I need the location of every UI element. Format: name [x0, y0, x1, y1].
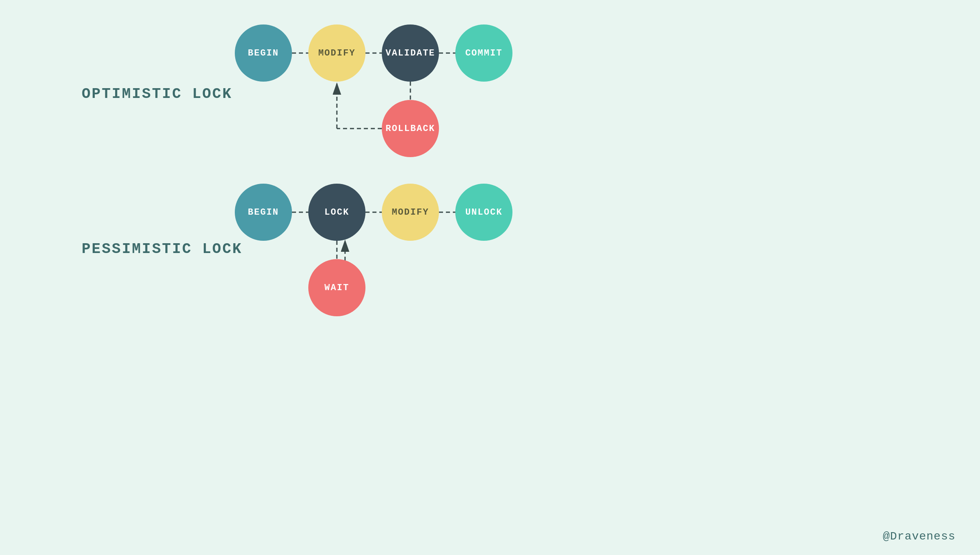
optimistic-commit-node: COMMIT [455, 24, 512, 82]
optimistic-rollback-node: ROLLBACK [382, 100, 439, 157]
optimistic-lock-label: OPTIMISTIC LOCK [82, 86, 232, 102]
pessimistic-lock-label: PESSIMISTIC LOCK [82, 241, 243, 258]
pessimistic-wait-node: WAIT [308, 259, 365, 316]
optimistic-modify-node: MODIFY [308, 24, 365, 82]
pessimistic-modify-node: MODIFY [382, 184, 439, 241]
pessimistic-begin-node: BEGIN [235, 184, 292, 241]
pessimistic-unlock-node: UNLOCK [455, 184, 512, 241]
optimistic-validate-node: VALIDATE [382, 24, 439, 82]
pessimistic-lock-node: LOCK [308, 184, 365, 241]
watermark: @Draveness [883, 530, 956, 543]
optimistic-begin-node: BEGIN [235, 24, 292, 82]
